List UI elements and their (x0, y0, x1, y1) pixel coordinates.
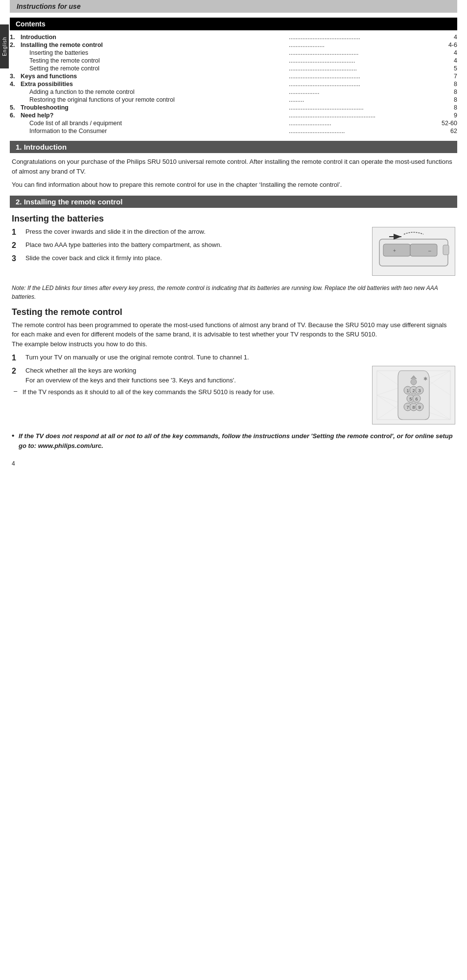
svg-text:✱: ✱ (423, 376, 427, 381)
subsection-title-testing: Testing the remote control (12, 307, 122, 317)
toc-num-4: 4. (10, 80, 21, 88)
side-tab: English (0, 24, 9, 68)
dash-item-testing: – If the TV responds as it should to all… (12, 387, 365, 397)
svg-text:1: 1 (406, 388, 409, 393)
toc-label-setting: Setting the remote control (21, 65, 287, 72)
svg-text:5: 5 (409, 397, 412, 401)
toc-row-troubleshooting: 5. Troubleshooting .....................… (10, 104, 457, 111)
toc-dots-setting: ........................................ (287, 65, 441, 72)
step-text-inserting-1: Press the cover inwards and slide it in … (25, 227, 365, 237)
toc-dots-consumer: ................................. (287, 127, 441, 135)
toc-dots-4: ........................................… (287, 80, 441, 88)
toc-page-adding: 8 (440, 88, 457, 96)
svg-rect-4 (383, 244, 410, 256)
battery-svg: + – (374, 229, 453, 273)
remote-image: 1 2 3 5 6 7 8 9 (372, 366, 455, 424)
bullet-symbol: • (12, 431, 19, 440)
toc-dots-5: ........................................… (287, 104, 441, 111)
svg-text:–: – (428, 248, 431, 253)
contents-box: Contents (10, 18, 457, 30)
step-num-2: 2 (12, 240, 23, 251)
toc-label-troubleshooting: Troubleshooting (21, 104, 287, 111)
toc-label-codelist: Code list of all brands / equipment (21, 119, 287, 127)
toc-page-testing: 4 (440, 57, 457, 65)
toc-label-consumer: Information to the Consumer (21, 127, 287, 135)
step-num-1: 1 (12, 227, 23, 238)
step-num-3: 3 (12, 253, 23, 264)
inserting-steps: + – 1 Press the cover inwards and slide … (10, 227, 457, 279)
dash-symbol: – (14, 387, 23, 395)
toc-num-2: 2. (10, 41, 21, 49)
toc-row-needhelp: 6. Need help? ..........................… (10, 111, 457, 119)
section-title-installing: 2. Installing the remote control (16, 198, 122, 206)
note-batteries: Note: If the LED blinks four times after… (12, 284, 455, 301)
toc-label-restoring: Restoring the original functions of your… (21, 96, 287, 104)
toc-label-introduction: Introduction (21, 33, 287, 41)
toc-dots-testing: ....................................... (287, 57, 441, 65)
svg-text:3: 3 (418, 388, 420, 393)
toc-label-adding: Adding a function to the remote control (21, 88, 287, 96)
step-text-testing-1: Turn your TV on manually or use the orig… (25, 353, 455, 362)
bullet-text-testing: If the TV does not respond at all or not… (19, 431, 455, 450)
page-header: Instructions for use (10, 0, 457, 13)
step-testing-1: 1 Turn your TV on manually or use the or… (12, 353, 455, 363)
side-tab-label: English (2, 37, 7, 56)
toc-row-keys: 3. Keys and functions ..................… (10, 72, 457, 80)
toc-row-restoring: Restoring the original functions of your… (10, 96, 457, 104)
toc-page-restoring: 8 (440, 96, 457, 104)
subsection-heading-testing: Testing the remote control (10, 307, 457, 317)
step-text-inserting-3: Slide the cover back and click it firmly… (25, 253, 365, 263)
svg-text:9: 9 (418, 405, 420, 410)
toc-label-needhelp: Need help? (21, 111, 287, 119)
intro-body1: Congratulations on your purchase of the … (10, 157, 457, 176)
toc-row-setting: Setting the remote control .............… (10, 65, 457, 72)
toc-num-5: 5. (10, 104, 21, 111)
toc-num-3: 3. (10, 72, 21, 80)
section-header-installing: 2. Installing the remote control (10, 196, 457, 208)
bullet-item-testing: • If the TV does not respond at all or n… (12, 431, 455, 450)
toc-page-codelist: 52-60 (440, 119, 457, 127)
toc-num-1: 1. (10, 33, 21, 41)
section-header-intro: 1. Introduction (10, 141, 457, 153)
toc-page-1: 4 (440, 33, 457, 41)
toc-row-introduction: 1. Introduction ........................… (10, 33, 457, 41)
toc-label-extra: Extra possibilities (21, 80, 287, 88)
step-text-inserting-2: Place two AAA type batteries into the ba… (25, 240, 365, 250)
toc-page-setting: 5 (440, 65, 457, 72)
step-testing-num-1: 1 (12, 353, 23, 363)
toc-num-6: 6. (10, 111, 21, 119)
toc-row-codelist: Code list of all brands / equipment ....… (10, 119, 457, 127)
toc-dots-inserting: ........................................… (287, 49, 441, 57)
page-number: 4 (10, 460, 457, 467)
toc-page-inserting: 4 (440, 49, 457, 57)
toc-page-6: 9 (440, 111, 457, 119)
toc-page-5: 8 (440, 104, 457, 111)
step-testing-num-2: 2 (12, 366, 23, 377)
svg-point-35 (411, 379, 417, 385)
step-inserting-1: 1 Press the cover inwards and slide it i… (12, 227, 365, 238)
toc-dots-3: ........................................… (287, 72, 441, 80)
page-header-title: Instructions for use (17, 2, 81, 10)
contents-title: Contents (16, 20, 46, 28)
toc-row-adding: Adding a function to the remote control … (10, 88, 457, 96)
svg-text:2: 2 (412, 388, 415, 393)
toc-row-testing: Testing the remote control .............… (10, 57, 457, 65)
toc-dots-codelist: ......................... (287, 119, 441, 127)
step-text-testing-2: Check whether all the keys are workingFo… (25, 366, 365, 385)
toc-table: 1. Introduction ........................… (10, 33, 457, 135)
toc-page-3: 7 (440, 72, 457, 80)
svg-text:8: 8 (412, 405, 415, 410)
toc-dots-6: ........................................… (287, 111, 441, 119)
subsection-heading-inserting: Inserting the batteries (10, 214, 457, 224)
step-testing-2: 2 Check whether all the keys are working… (12, 366, 365, 385)
section-title-intro: 1. Introduction (16, 143, 67, 151)
toc-row-inserting-batteries: Inserting the batteries ................… (10, 49, 457, 57)
toc-dots-1: ........................................… (287, 33, 441, 41)
svg-rect-5 (410, 244, 437, 256)
toc-label-installing: Installing the remote control (21, 41, 287, 49)
toc-label-keys: Keys and functions (21, 72, 287, 80)
dash-text-testing: If the TV responds as it should to all o… (23, 387, 275, 397)
svg-text:6: 6 (415, 397, 418, 401)
svg-text:+: + (393, 248, 396, 253)
intro-body2: You can find information about how to pr… (10, 180, 457, 190)
